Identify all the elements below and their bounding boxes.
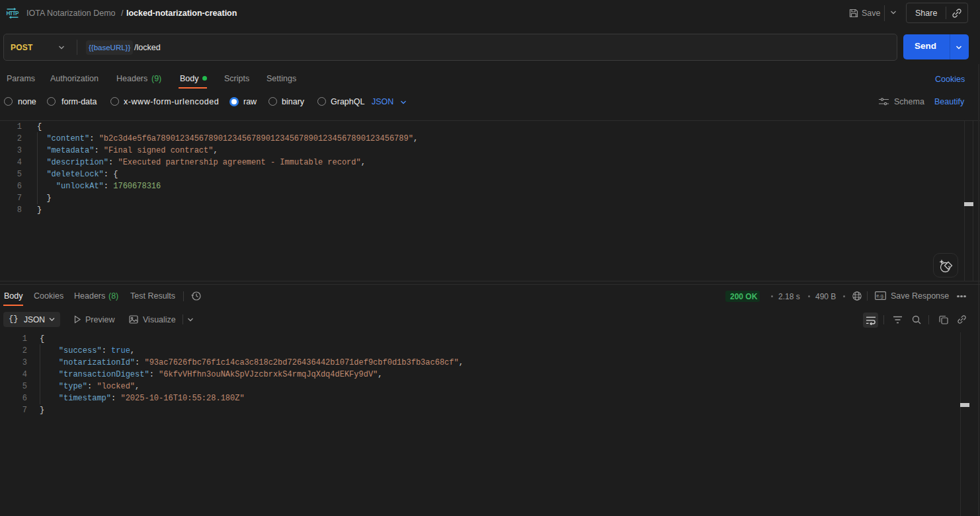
svg-text:e.g.: e.g. xyxy=(876,293,885,299)
svg-text:HTTP: HTTP xyxy=(7,11,20,17)
